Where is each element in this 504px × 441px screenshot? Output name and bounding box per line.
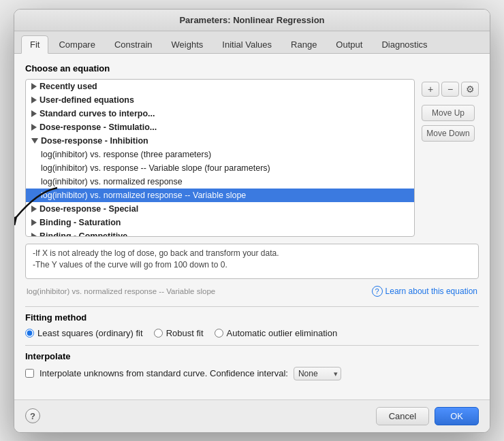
question-icon: ? bbox=[372, 286, 383, 297]
radio-label-outlier: Automatic outlier elimination bbox=[227, 328, 338, 338]
equation-label-dose-response-special: Dose-response - Special bbox=[40, 204, 138, 214]
equation-item-dose-response-inhibition[interactable]: Dose-response - Inhibition bbox=[26, 134, 414, 148]
radio-label-least-squares: Least squares (ordinary) fit bbox=[37, 328, 143, 338]
equation-area: Recently usedUser-defined equationsStand… bbox=[25, 79, 479, 237]
equation-footer: log(inhibitor) vs. normalized response -… bbox=[25, 283, 479, 299]
radio-item-outlier[interactable]: Automatic outlier elimination bbox=[215, 328, 338, 338]
tab-fit[interactable]: Fit bbox=[21, 35, 48, 54]
equation-label-log-inh-norm-var: log(inhibitor) vs. normalized response -… bbox=[41, 191, 246, 200]
equation-list-wrapper: Recently usedUser-defined equationsStand… bbox=[25, 79, 415, 237]
equation-label-dose-response-inhibition: Dose-response - Inhibition bbox=[41, 136, 148, 146]
tab-bar: FitCompareConstrainWeightsInitial Values… bbox=[14, 31, 490, 54]
selected-equation-name: log(inhibitor) vs. normalized response -… bbox=[27, 287, 215, 295]
top-btn-row: + − ⚙ bbox=[422, 82, 479, 97]
tab-initial-values[interactable]: Initial Values bbox=[213, 35, 281, 53]
equation-label-log-inh-4param: log(inhibitor) vs. response -- Variable … bbox=[41, 163, 270, 173]
triangle-icon-recently-used bbox=[31, 83, 37, 90]
equation-section-title: Choose an equation bbox=[25, 63, 479, 74]
tab-range[interactable]: Range bbox=[282, 35, 326, 53]
equation-item-standard-curves[interactable]: Standard curves to interpo... bbox=[26, 107, 414, 120]
confidence-select-wrapper: None95%99% bbox=[294, 367, 341, 380]
equation-item-user-defined[interactable]: User-defined equations bbox=[26, 93, 414, 107]
equation-label-standard-curves: Standard curves to interpo... bbox=[40, 109, 155, 118]
learn-link[interactable]: ? Learn about this equation bbox=[372, 286, 477, 297]
equation-label-binding-competitive: Binding - Competitive bbox=[40, 231, 127, 236]
interpolate-title: Interpolate bbox=[25, 351, 479, 361]
equation-label-log-inh-3param: log(inhibitor) vs. response (three param… bbox=[41, 150, 211, 159]
info-box: -If X is not already the log of dose, go… bbox=[25, 244, 479, 279]
add-button[interactable]: + bbox=[422, 82, 439, 97]
equation-label-dose-response-stim: Dose-response - Stimulatio... bbox=[40, 122, 157, 132]
tab-weights[interactable]: Weights bbox=[163, 35, 212, 53]
dialog-title: Parameters: Nonlinear Regression bbox=[179, 15, 324, 25]
ok-button[interactable]: OK bbox=[435, 407, 479, 425]
radio-outlier[interactable] bbox=[215, 329, 223, 338]
interpolate-label: Interpolate unknowns from standard curve… bbox=[40, 368, 288, 378]
help-button[interactable]: ? bbox=[25, 408, 40, 423]
equation-item-dose-response-special[interactable]: Dose-response - Special bbox=[26, 202, 414, 216]
fitting-radio-group: Least squares (ordinary) fitRobust fitAu… bbox=[25, 328, 479, 338]
gear-button[interactable]: ⚙ bbox=[461, 82, 479, 97]
equation-item-recently-used[interactable]: Recently used bbox=[26, 80, 414, 93]
equation-item-dose-response-stim[interactable]: Dose-response - Stimulatio... bbox=[26, 120, 414, 134]
interpolate-checkbox[interactable] bbox=[25, 369, 34, 378]
separator-1 bbox=[25, 306, 479, 307]
remove-button[interactable]: − bbox=[441, 82, 459, 97]
cancel-button[interactable]: Cancel bbox=[376, 407, 429, 425]
equation-label-user-defined: User-defined equations bbox=[40, 95, 134, 105]
learn-link-text: Learn about this equation bbox=[385, 287, 477, 296]
tab-constrain[interactable]: Constrain bbox=[106, 35, 161, 53]
equation-area-wrapper: Recently usedUser-defined equationsStand… bbox=[25, 79, 479, 237]
side-buttons: + − ⚙ Move Up Move Down bbox=[422, 79, 479, 237]
triangle-icon-user-defined bbox=[31, 97, 37, 103]
triangle-icon-standard-curves bbox=[31, 110, 37, 117]
triangle-icon-dose-response-inhibition bbox=[31, 138, 38, 144]
equation-label-log-inh-norm: log(inhibitor) vs. normalized response bbox=[41, 177, 183, 186]
radio-item-robust[interactable]: Robust fit bbox=[154, 328, 204, 338]
equation-item-binding-saturation[interactable]: Binding - Saturation bbox=[26, 216, 414, 229]
radio-least-squares[interactable] bbox=[25, 329, 34, 338]
triangle-icon-dose-response-stim bbox=[31, 124, 37, 131]
tab-diagnostics[interactable]: Diagnostics bbox=[373, 35, 436, 53]
move-up-button[interactable]: Move Up bbox=[422, 105, 475, 121]
equation-item-binding-competitive[interactable]: Binding - Competitive bbox=[26, 229, 414, 236]
info-line-1: -If X is not already the log of dose, go… bbox=[33, 248, 471, 258]
separator-2 bbox=[25, 345, 479, 346]
equation-label-recently-used: Recently used bbox=[40, 82, 97, 91]
main-content: Choose an equation Recently usedUser-def… bbox=[14, 54, 490, 399]
move-down-button[interactable]: Move Down bbox=[422, 125, 475, 142]
radio-robust[interactable] bbox=[154, 329, 163, 338]
dialog: Parameters: Nonlinear Regression FitComp… bbox=[14, 9, 490, 433]
equation-item-log-inh-3param[interactable]: log(inhibitor) vs. response (three param… bbox=[26, 148, 414, 161]
radio-label-robust: Robust fit bbox=[166, 328, 204, 338]
footer-buttons: Cancel OK bbox=[376, 407, 479, 425]
triangle-icon-dose-response-special bbox=[31, 206, 37, 212]
tab-compare[interactable]: Compare bbox=[50, 35, 104, 53]
interpolate-section: Interpolate Interpolate unknowns from st… bbox=[25, 351, 479, 380]
triangle-icon-binding-competitive bbox=[31, 233, 37, 235]
fitting-section: Fitting method Least squares (ordinary) … bbox=[25, 312, 479, 338]
info-line-2: -The Y values of the curve will go from … bbox=[33, 260, 471, 270]
equation-label-binding-saturation: Binding - Saturation bbox=[40, 218, 121, 227]
triangle-icon-binding-saturation bbox=[31, 219, 37, 226]
equation-list[interactable]: Recently usedUser-defined equationsStand… bbox=[26, 80, 414, 236]
equation-item-log-inh-4param[interactable]: log(inhibitor) vs. response -- Variable … bbox=[26, 161, 414, 175]
title-bar: Parameters: Nonlinear Regression bbox=[14, 10, 490, 31]
tab-output[interactable]: Output bbox=[327, 35, 371, 53]
radio-item-least-squares[interactable]: Least squares (ordinary) fit bbox=[25, 328, 143, 338]
fitting-title: Fitting method bbox=[25, 312, 479, 323]
equation-item-log-inh-norm[interactable]: log(inhibitor) vs. normalized response bbox=[26, 175, 414, 189]
dialog-footer: ? Cancel OK bbox=[14, 399, 490, 432]
interpolate-row: Interpolate unknowns from standard curve… bbox=[25, 367, 479, 380]
confidence-select[interactable]: None95%99% bbox=[294, 367, 341, 380]
equation-item-log-inh-norm-var[interactable]: log(inhibitor) vs. normalized response -… bbox=[26, 189, 414, 202]
